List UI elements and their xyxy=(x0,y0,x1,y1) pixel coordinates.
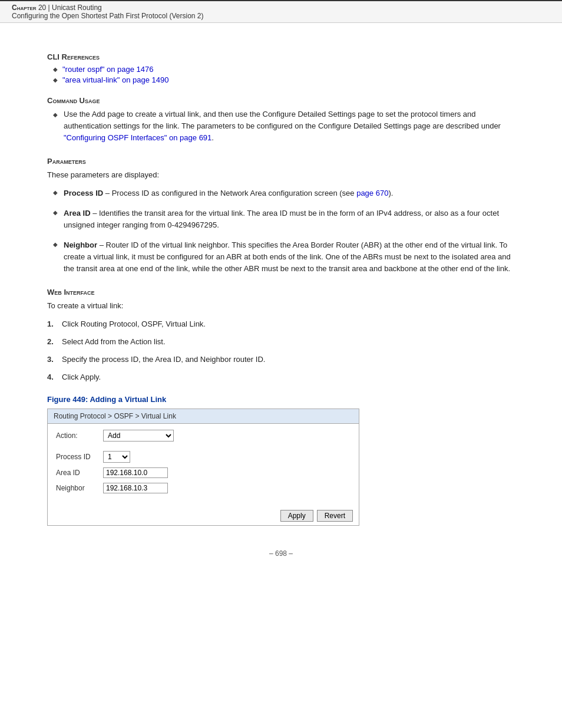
area-id-row: Area ID xyxy=(56,467,351,478)
param-area-id-text: Area ID – Identifies the transit area fo… xyxy=(64,207,515,231)
step-1-text: Click Routing Protocol, OSPF, Virtual Li… xyxy=(62,318,206,330)
web-interface-section: Web Interface xyxy=(47,288,515,297)
page-header: Chapter 20 | Unicast Routing Configuring… xyxy=(0,0,562,23)
ui-panel-footer: Apply Revert xyxy=(48,506,359,525)
ospf-interfaces-link[interactable]: "Configuring OSPF Interfaces" on page 69… xyxy=(64,133,211,142)
step-3-text: Specify the process ID, the Area ID, and… xyxy=(62,354,265,365)
parameters-section: Parameters xyxy=(47,157,515,166)
parameters-intro: These parameters are displayed: xyxy=(47,169,515,181)
param-neighbor-text: Neighbor – Router ID of the virtual link… xyxy=(64,239,515,275)
neighbor-input[interactable] xyxy=(103,483,168,493)
command-usage-text: Use the Add page to create a virtual lin… xyxy=(64,108,515,144)
param-area-id: Area ID – Identifies the transit area fo… xyxy=(53,207,515,231)
param-neighbor-name: Neighbor xyxy=(64,241,97,249)
process-id-select[interactable]: 1 xyxy=(103,451,130,463)
command-usage-heading: Command Usage xyxy=(47,96,515,105)
step-2: 2. Select Add from the Action list. xyxy=(47,336,515,348)
chapter-title: Unicast Routing xyxy=(52,4,102,12)
step-1-num: 1. xyxy=(47,318,62,330)
cli-references-section: CLI References xyxy=(47,52,515,61)
param-process-id: Process ID – Process ID as configured in… xyxy=(53,187,515,199)
main-content: CLI References "router ospf" on page 147… xyxy=(0,23,562,593)
step-1: 1. Click Routing Protocol, OSPF, Virtual… xyxy=(47,318,515,330)
ui-panel: Routing Protocol > OSPF > Virtual Link A… xyxy=(47,409,359,526)
param-process-id-name: Process ID xyxy=(64,189,103,197)
revert-button[interactable]: Revert xyxy=(317,510,353,522)
area-id-input[interactable] xyxy=(103,467,168,478)
area-id-label: Area ID xyxy=(56,469,103,477)
cli-references-list: "router ospf" on page 1476 "area virtual… xyxy=(53,65,515,84)
page-670-link[interactable]: page 670 xyxy=(356,189,388,197)
cli-references-heading: CLI References xyxy=(47,52,515,61)
step-2-num: 2. xyxy=(47,336,62,348)
ui-panel-header: Routing Protocol > OSPF > Virtual Link xyxy=(48,409,359,424)
web-interface-heading: Web Interface xyxy=(47,288,515,297)
page-number: – 698 – xyxy=(269,549,293,558)
chapter-num: 20 xyxy=(38,4,46,12)
ui-panel-body: Action: Add Process ID 1 Area ID Neig xyxy=(48,424,359,506)
neighbor-row: Neighbor xyxy=(56,483,351,493)
param-area-id-name: Area ID xyxy=(64,209,91,218)
step-4-num: 4. xyxy=(47,371,62,383)
cli-ref-item-1: "router ospf" on page 1476 xyxy=(53,65,515,74)
chapter-label: Chapter xyxy=(12,4,37,12)
step-4-text: Click Apply. xyxy=(62,371,101,383)
command-usage-section: Command Usage xyxy=(47,96,515,105)
param-neighbor: Neighbor – Router ID of the virtual link… xyxy=(53,239,515,275)
cli-ref-link-2[interactable]: "area virtual-link" on page 1490 xyxy=(62,75,169,84)
figure-title: Figure 449: Adding a Virtual Link xyxy=(47,395,515,404)
parameters-heading: Parameters xyxy=(47,157,515,166)
action-label: Action: xyxy=(56,431,103,440)
command-usage-bullet: Use the Add page to create a virtual lin… xyxy=(53,108,515,144)
page-footer: – 698 – xyxy=(47,549,515,569)
step-2-text: Select Add from the Action list. xyxy=(62,336,166,348)
action-select[interactable]: Add xyxy=(103,430,174,442)
cli-ref-item-2: "area virtual-link" on page 1490 xyxy=(53,75,515,84)
process-id-row: Process ID 1 xyxy=(56,451,351,463)
steps-list: 1. Click Routing Protocol, OSPF, Virtual… xyxy=(47,318,515,384)
action-row: Action: Add xyxy=(56,430,351,442)
step-3: 3. Specify the process ID, the Area ID, … xyxy=(47,354,515,365)
web-interface-intro: To create a virtual link: xyxy=(47,300,515,312)
step-3-num: 3. xyxy=(47,354,62,365)
subtitle-line: Configuring the Open Shortest Path First… xyxy=(12,12,550,20)
apply-button[interactable]: Apply xyxy=(280,510,313,522)
chapter-line: Chapter 20 | Unicast Routing xyxy=(12,4,550,12)
cli-ref-link-1[interactable]: "router ospf" on page 1476 xyxy=(62,65,154,74)
process-id-label: Process ID xyxy=(56,453,103,461)
neighbor-label: Neighbor xyxy=(56,484,103,492)
step-4: 4. Click Apply. xyxy=(47,371,515,383)
param-process-id-text: Process ID – Process ID as configured in… xyxy=(64,187,393,199)
